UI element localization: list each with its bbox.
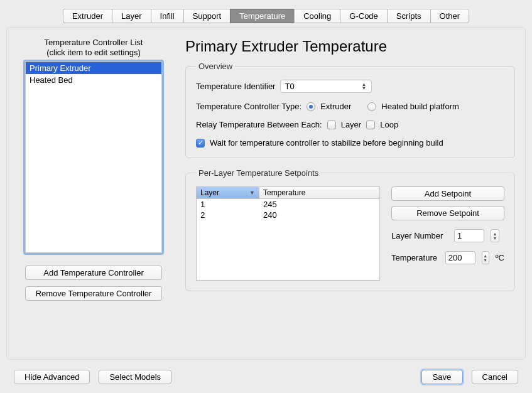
save-button[interactable]: Save [421, 370, 463, 384]
type-radio-extruder[interactable] [307, 102, 315, 111]
tab-temperature[interactable]: Temperature [230, 9, 294, 23]
overview-fieldset: Overview Temperature Identifier T0 ▲▼ Te… [185, 62, 515, 158]
layer-number-label: Layer Number [391, 231, 448, 240]
identifier-select[interactable]: T0 ▲▼ [280, 80, 372, 93]
content-panel: Temperature Controller List (click item … [6, 27, 526, 360]
hide-advanced-button[interactable]: Hide Advanced [14, 370, 90, 384]
table-row[interactable]: 2240 [197, 210, 379, 220]
relay-layer-checkbox[interactable] [327, 121, 336, 129]
identifier-label: Temperature Identifier [196, 82, 275, 91]
layer-number-stepper[interactable]: ▲▼ [491, 229, 499, 242]
updown-icon: ▲▼ [361, 83, 367, 90]
remove-controller-button[interactable]: Remove Temperature Controller [25, 286, 162, 301]
temperature-label: Temperature [391, 253, 439, 262]
header-layer[interactable]: Layer ▼ [197, 187, 259, 198]
tab-bar: ExtruderLayerInfillSupportTemperatureCoo… [0, 0, 532, 23]
cancel-button[interactable]: Cancel [472, 370, 518, 384]
type-radio-heated-bed[interactable] [367, 102, 376, 111]
setpoints-legend: Per-Layer Temperature Setpoints [196, 168, 321, 178]
layer-number-input[interactable] [454, 229, 484, 242]
select-models-button[interactable]: Select Models [99, 370, 171, 384]
table-header: Layer ▼ Temperature [197, 187, 379, 199]
tab-layer[interactable]: Layer [112, 9, 151, 23]
temperature-unit: ºC [496, 253, 504, 262]
relay-loop-label: Loop [380, 120, 398, 129]
list-item[interactable]: Primary Extruder [26, 62, 161, 74]
cell-temperature: 245 [259, 199, 379, 210]
tab-scripts[interactable]: Scripts [387, 9, 430, 23]
page-title: Primary Extruder Temperature [185, 38, 515, 55]
cell-layer: 1 [197, 199, 259, 210]
cell-temperature: 240 [259, 210, 379, 220]
type-radio-heated-bed-label: Heated build platform [381, 102, 459, 111]
controller-list-panel: Temperature Controller List (click item … [17, 38, 170, 349]
remove-setpoint-button[interactable]: Remove Setpoint [391, 206, 504, 220]
wait-checkbox[interactable] [196, 139, 205, 148]
overview-legend: Overview [196, 62, 235, 71]
tab-g-code[interactable]: G-Code [340, 9, 387, 23]
footer-bar: Hide Advanced Select Models Save Cancel [0, 370, 532, 384]
tab-extruder[interactable]: Extruder [63, 9, 112, 23]
tab-support[interactable]: Support [183, 9, 231, 23]
relay-loop-checkbox[interactable] [366, 121, 375, 129]
add-controller-button[interactable]: Add Temperature Controller [25, 266, 162, 280]
settings-panel: Primary Extruder Temperature Overview Te… [185, 38, 515, 349]
setpoint-controls: Add Setpoint Remove Setpoint Layer Numbe… [391, 186, 504, 281]
tab-infill[interactable]: Infill [151, 9, 183, 23]
relay-label: Relay Temperature Between Each: [196, 120, 322, 129]
type-label: Temperature Controller Type: [196, 102, 301, 111]
tab-other[interactable]: Other [430, 9, 470, 23]
setpoints-table[interactable]: Layer ▼ Temperature 12452240 [196, 186, 380, 281]
table-row[interactable]: 1245 [197, 199, 379, 210]
controller-list[interactable]: Primary ExtruderHeated Bed [25, 62, 162, 253]
setpoints-fieldset: Per-Layer Temperature Setpoints Layer ▼ … [185, 168, 515, 291]
temperature-stepper[interactable]: ▲▼ [482, 251, 489, 264]
list-item[interactable]: Heated Bed [26, 74, 161, 86]
tab-cooling[interactable]: Cooling [294, 9, 340, 23]
controller-list-title: Temperature Controller List (click item … [45, 38, 143, 58]
type-radio-extruder-label: Extruder [320, 102, 351, 111]
temperature-input[interactable] [445, 251, 475, 264]
sort-desc-icon: ▼ [249, 190, 255, 196]
header-temperature[interactable]: Temperature [259, 187, 379, 198]
relay-layer-label: Layer [341, 120, 362, 129]
cell-layer: 2 [197, 210, 259, 220]
add-setpoint-button[interactable]: Add Setpoint [391, 186, 504, 201]
wait-label: Wait for temperature controller to stabi… [210, 138, 443, 148]
